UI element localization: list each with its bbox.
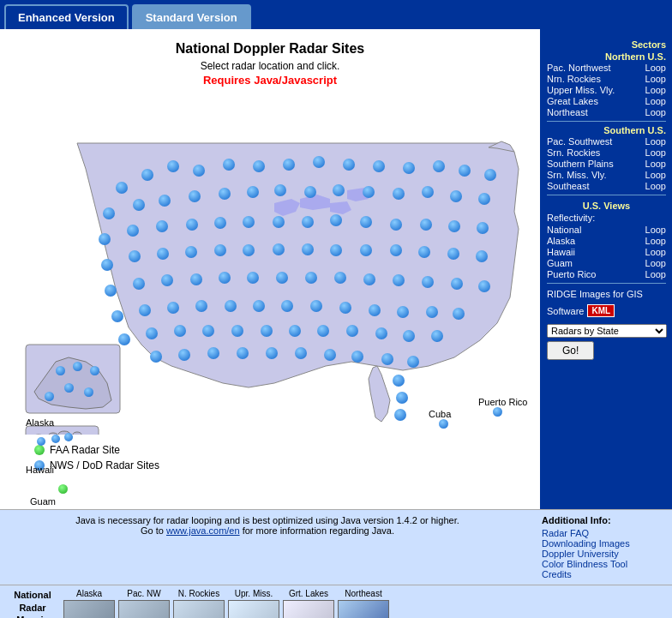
tab-enhanced[interactable]: Enhanced Version — [4, 4, 129, 29]
radar-dot-faa[interactable] — [58, 484, 68, 494]
mosaic-thumb-grt-lakes[interactable] — [283, 600, 334, 618]
radar-dot[interactable] — [346, 325, 358, 337]
radar-dot[interactable] — [310, 300, 322, 312]
radar-dot[interactable] — [105, 285, 117, 297]
radar-dot[interactable] — [139, 304, 151, 316]
radar-dot[interactable] — [351, 351, 363, 363]
radar-dot[interactable] — [146, 327, 158, 339]
sidebar-loop-northeast[interactable]: Loop — [645, 107, 666, 117]
radar-dot[interactable] — [317, 325, 329, 337]
radar-dot[interactable] — [207, 347, 219, 359]
radar-dot[interactable] — [157, 248, 169, 260]
radar-dot[interactable] — [193, 165, 205, 177]
credits-link[interactable]: Credits — [542, 569, 665, 579]
radar-dot[interactable] — [363, 273, 375, 285]
radar-dot[interactable] — [167, 302, 179, 314]
radar-dot[interactable] — [426, 306, 438, 318]
sidebar-link-srn-rockies[interactable]: Srn. Rockies — [547, 147, 600, 158]
radar-dot[interactable] — [281, 300, 293, 312]
radar-dot[interactable] — [439, 419, 448, 429]
radar-dot[interactable] — [214, 244, 226, 256]
sidebar-link-upper-miss[interactable]: Upper Miss. Vly. — [547, 85, 615, 95]
radar-dot[interactable] — [73, 362, 82, 371]
java-link[interactable]: www.java.com/en — [166, 525, 240, 536]
radar-dot[interactable] — [64, 433, 73, 441]
radar-dot[interactable] — [64, 383, 74, 393]
sidebar-loop-alaska-view[interactable]: Loop — [645, 236, 666, 246]
radar-dot[interactable] — [190, 273, 202, 285]
sidebar-link-pr-view[interactable]: Puerto Rico — [547, 269, 596, 279]
sidebar-link-northeast[interactable]: Northeast — [547, 107, 588, 117]
sidebar-loop-srn-miss[interactable]: Loop — [645, 170, 666, 180]
mosaic-thumb-pac-nw[interactable] — [118, 600, 170, 618]
radar-dot[interactable] — [302, 243, 314, 255]
radar-dot[interactable] — [103, 207, 115, 219]
radar-dot[interactable] — [448, 220, 460, 232]
radar-dot[interactable] — [390, 219, 402, 231]
radar-dot[interactable] — [133, 199, 145, 211]
radar-dot[interactable] — [302, 216, 314, 228]
radar-dot[interactable] — [422, 276, 434, 288]
radar-dot[interactable] — [237, 347, 249, 359]
radar-dot[interactable] — [261, 325, 273, 337]
sidebar-link-guam-view[interactable]: Guam — [547, 258, 573, 268]
mosaic-thumb-upr-miss[interactable] — [228, 600, 279, 618]
radar-dot[interactable] — [333, 184, 345, 196]
sidebar-loop-upper-miss[interactable]: Loop — [645, 85, 666, 95]
sidebar-link-nrn-rockies[interactable]: Nrn. Rockies — [547, 74, 601, 84]
sidebar-loop-southeast[interactable]: Loop — [645, 181, 666, 191]
radar-dot[interactable] — [90, 366, 99, 375]
radar-dot[interactable] — [247, 272, 259, 284]
mosaic-thumb-n-rockies[interactable] — [173, 600, 225, 618]
radar-dot[interactable] — [273, 243, 285, 255]
radar-dot[interactable] — [253, 160, 265, 172]
radar-dot[interactable] — [231, 325, 243, 337]
sidebar-link-srn-miss[interactable]: Srn. Miss. Vly. — [547, 170, 606, 180]
sidebar-link-national[interactable]: National — [547, 225, 581, 235]
radar-dot[interactable] — [202, 325, 214, 337]
sidebar-loop-hawaii-view[interactable]: Loop — [645, 247, 666, 257]
radar-dot[interactable] — [477, 222, 489, 234]
radar-dot[interactable] — [324, 349, 336, 361]
sidebar-loop-srn-rockies[interactable]: Loop — [645, 147, 666, 158]
sidebar-loop-pr-view[interactable]: Loop — [645, 269, 666, 279]
go-button[interactable]: Go! — [547, 341, 594, 360]
radar-dot[interactable] — [161, 274, 173, 286]
radar-dot[interactable] — [397, 306, 409, 318]
radar-dot[interactable] — [305, 272, 317, 284]
radar-dot[interactable] — [393, 274, 405, 286]
radar-dot[interactable] — [253, 300, 265, 312]
radar-dot[interactable] — [393, 188, 405, 200]
radar-dot[interactable] — [45, 392, 54, 401]
radar-dot[interactable] — [219, 272, 231, 284]
radar-dot[interactable] — [159, 195, 171, 207]
radar-dot[interactable] — [189, 190, 201, 202]
mosaic-thumb-northeast[interactable] — [338, 600, 389, 618]
radar-faq-link[interactable]: Radar FAQ — [542, 528, 665, 538]
radar-dot[interactable] — [276, 272, 288, 284]
radar-dot[interactable] — [393, 375, 405, 387]
radar-dot[interactable] — [431, 330, 443, 342]
kml-badge[interactable]: KML — [587, 304, 615, 317]
radar-dot[interactable] — [330, 244, 342, 256]
radar-dot[interactable] — [373, 160, 385, 172]
radar-dot[interactable] — [375, 327, 387, 339]
radar-dot[interactable] — [247, 186, 259, 198]
radars-by-state-select[interactable]: Radars by State — [547, 324, 667, 338]
radar-dot[interactable] — [37, 437, 45, 446]
sidebar-link-hawaii-view[interactable]: Hawaii — [547, 247, 575, 257]
radar-dot[interactable] — [363, 186, 375, 198]
radar-dot[interactable] — [223, 159, 235, 171]
radar-dot[interactable] — [476, 250, 488, 262]
radar-dot[interactable] — [369, 304, 381, 316]
radar-dot[interactable] — [129, 250, 141, 262]
radar-dot[interactable] — [51, 435, 60, 443]
tab-standard[interactable]: Standard Version — [132, 4, 251, 29]
radar-dot[interactable] — [243, 216, 255, 228]
radar-dot[interactable] — [141, 169, 153, 181]
radar-dot[interactable] — [459, 165, 471, 177]
radar-dot[interactable] — [478, 280, 490, 292]
radar-dot[interactable] — [118, 333, 130, 345]
sidebar-link-southeast[interactable]: Southeast — [547, 181, 590, 191]
sidebar-link-southern-plains[interactable]: Southern Plains — [547, 159, 614, 169]
